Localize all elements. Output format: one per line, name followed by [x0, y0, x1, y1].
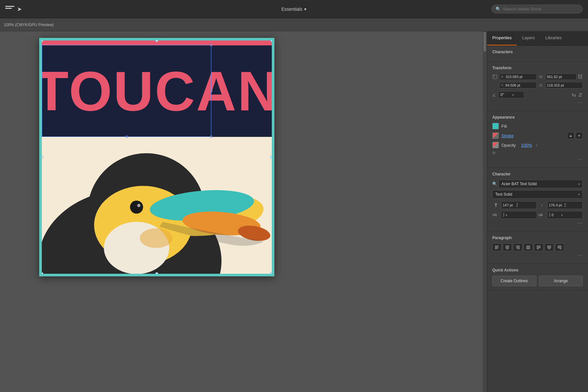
- svg-point-11: [140, 228, 172, 248]
- kerning-spinner[interactable]: ▲ ▼: [502, 212, 505, 218]
- essentials-button[interactable]: Essentials ▾: [282, 7, 307, 12]
- scrollbar-vertical[interactable]: [483, 31, 487, 392]
- leading-input[interactable]: [549, 203, 563, 207]
- create-outlines-button[interactable]: Create Outlines: [492, 276, 536, 286]
- opacity-value[interactable]: 100%: [521, 143, 532, 148]
- svg-rect-35: [547, 247, 551, 247]
- size-leading-row: T ▲ ▼ ↕ ▲ ▼: [492, 201, 583, 209]
- tracking-spinner[interactable]: ▲ ▼: [548, 212, 551, 218]
- scroll-thumb: [483, 32, 486, 52]
- justify-last-center-btn[interactable]: [545, 243, 554, 251]
- transform-w-input-wrap[interactable]: [545, 74, 577, 80]
- justify-last-center-icon: [547, 245, 551, 250]
- svg-rect-19: [506, 247, 509, 247]
- svg-rect-40: [558, 248, 562, 248]
- stroke-label[interactable]: Stroke: [501, 133, 514, 138]
- fx-button[interactable]: fx: [492, 150, 496, 155]
- svg-rect-39: [558, 247, 562, 247]
- character-section: Character 🔍 Acier BAT Text Solid ▾ Text …: [487, 168, 588, 232]
- search-stock-input[interactable]: [503, 7, 579, 11]
- flip-horizontal-icon[interactable]: ⇆: [572, 92, 576, 98]
- tracking-down-btn[interactable]: ▼: [548, 215, 551, 218]
- search-stock-bar[interactable]: 🔍: [491, 5, 583, 13]
- transform-x-input-wrap[interactable]: X:: [499, 74, 537, 80]
- fill-row: Fill: [492, 123, 583, 129]
- title-band: TOUCAN: [42, 45, 272, 137]
- tracking-dropdown[interactable]: ▾: [561, 213, 563, 217]
- leading-down-btn[interactable]: ▼: [564, 205, 566, 208]
- transform-x-input[interactable]: [505, 75, 528, 79]
- kerning-down-btn[interactable]: ▼: [502, 215, 505, 218]
- align-left-icon: [495, 245, 499, 250]
- font-size-input[interactable]: [503, 203, 515, 207]
- transform-h-input[interactable]: [547, 83, 566, 87]
- transform-more-btn[interactable]: ···: [578, 100, 583, 106]
- kerning-dropdown[interactable]: ▾: [506, 213, 507, 217]
- font-size-spinner[interactable]: ▲ ▼: [516, 203, 518, 208]
- opacity-expand-icon[interactable]: ›: [536, 142, 537, 148]
- fill-color-swatch[interactable]: [492, 123, 499, 129]
- characters-label: Characters: [492, 50, 583, 54]
- svg-point-10: [137, 204, 140, 207]
- appearance-label: Appearance: [492, 115, 583, 120]
- svg-point-9: [130, 201, 143, 214]
- appearance-more-btn[interactable]: ···: [578, 156, 583, 162]
- transform-h-input-wrap[interactable]: [545, 82, 583, 89]
- toolbar-secondary: 100% (CMYK/GPU Preview): [0, 18, 588, 31]
- opacity-label: Opacity: [501, 143, 516, 148]
- svg-rect-37: [548, 249, 550, 249]
- canvas-area: TOUCAN: [0, 31, 487, 392]
- leading-spinner[interactable]: ▲ ▼: [564, 203, 566, 208]
- tracking-input-wrap[interactable]: ▲ ▼ ▾: [547, 211, 583, 219]
- stroke-color-swatch[interactable]: [492, 132, 499, 139]
- arrange-button[interactable]: Arrange: [539, 276, 583, 286]
- search-icon: 🔍: [496, 7, 501, 11]
- align-center-btn[interactable]: [503, 243, 512, 251]
- leading-icon: ↕: [538, 203, 546, 207]
- tracking-input[interactable]: [551, 213, 561, 217]
- svg-rect-23: [517, 247, 520, 247]
- font-size-down-btn[interactable]: ▼: [516, 205, 518, 208]
- angle-input-wrap[interactable]: ▾: [498, 91, 524, 98]
- align-right-btn[interactable]: [513, 243, 522, 251]
- workspace-switcher-icon[interactable]: [5, 6, 14, 12]
- kerning-input-wrap[interactable]: ▲ ▼ ▾: [501, 211, 537, 219]
- fill-label: Fill: [501, 124, 507, 129]
- stroke-up-btn[interactable]: ▲: [567, 132, 574, 139]
- character-more-row: ···: [492, 219, 583, 227]
- zoom-level: 100% (CMYK/GPU Preview): [4, 23, 54, 27]
- align-left-btn[interactable]: [492, 243, 501, 251]
- transform-y-input[interactable]: [505, 83, 528, 87]
- tab-layers[interactable]: Layers: [517, 31, 540, 45]
- tab-libraries[interactable]: Libraries: [540, 31, 567, 45]
- angle-input[interactable]: [500, 92, 512, 97]
- h-label: H:: [539, 83, 543, 87]
- send-to-icon[interactable]: ➤: [17, 6, 22, 13]
- link-proportional-icon[interactable]: ⛓: [578, 74, 583, 80]
- font-name-label: Acier BAT Text Solid: [501, 182, 537, 186]
- font-size-input-wrap[interactable]: ▲ ▼: [501, 201, 537, 209]
- top-bar-left: ➤: [5, 6, 22, 13]
- leading-input-wrap[interactable]: ▲ ▼: [547, 201, 583, 209]
- font-style-select[interactable]: Text Solid ▾: [492, 190, 583, 199]
- opacity-row: Opacity 100% ›: [492, 142, 583, 148]
- transform-y-input-wrap[interactable]: Y:: [499, 82, 537, 89]
- font-family-select[interactable]: Acier BAT Text Solid ▾: [498, 180, 583, 188]
- svg-rect-21: [506, 249, 509, 249]
- font-family-dropdown-icon: ▾: [578, 182, 580, 186]
- justify-last-left-btn[interactable]: [534, 243, 543, 251]
- justify-btn[interactable]: [524, 243, 533, 251]
- svg-rect-20: [505, 248, 509, 248]
- paragraph-label: Paragraph: [492, 236, 583, 240]
- angle-icon: ∠: [492, 92, 496, 97]
- stroke-dropdown-btn[interactable]: ▾: [576, 132, 583, 139]
- angle-dropdown-icon[interactable]: ▾: [512, 93, 514, 97]
- artwork: TOUCAN: [39, 38, 274, 276]
- character-more-btn[interactable]: ···: [578, 220, 583, 226]
- transform-w-input[interactable]: [547, 75, 566, 79]
- font-search-row: 🔍 Acier BAT Text Solid ▾: [492, 180, 583, 188]
- flip-vertical-icon[interactable]: ⇆: [578, 93, 584, 97]
- tab-properties[interactable]: Properties: [487, 31, 517, 45]
- paragraph-more-btn[interactable]: ···: [578, 253, 583, 258]
- justify-last-right-btn[interactable]: [555, 243, 564, 251]
